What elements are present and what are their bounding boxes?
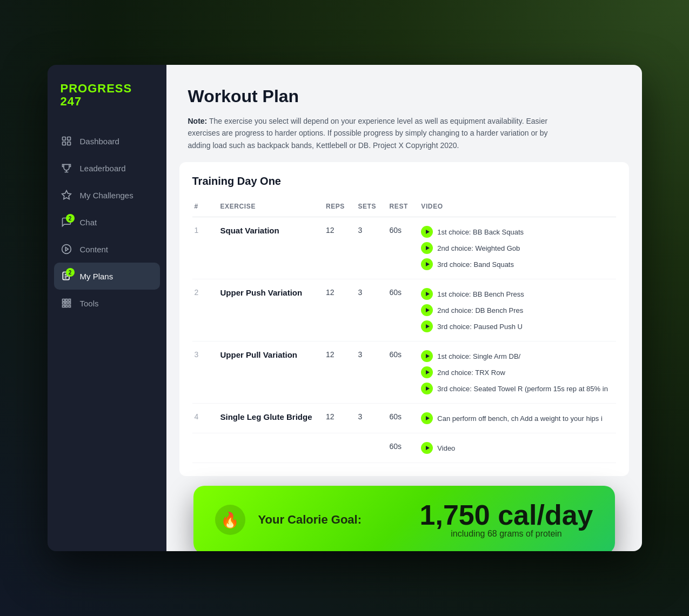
play-button[interactable] xyxy=(421,383,433,394)
cell-exercise-name: Upper Pull Variation xyxy=(214,342,319,404)
sidebar-item-label: Tools xyxy=(80,299,99,308)
cell-video: Video xyxy=(414,433,616,463)
sidebar-item-leaderboard[interactable]: Leaderboard xyxy=(48,155,166,182)
svg-rect-0 xyxy=(62,137,65,140)
cell-num xyxy=(192,433,214,463)
video-option[interactable]: 1st choice: BB Bench Press xyxy=(421,288,609,300)
table-row: 2Upper Push Variation12360s1st choice: B… xyxy=(192,279,616,342)
col-reps: REPS xyxy=(319,198,351,217)
video-option[interactable]: 1st choice: BB Back Squats xyxy=(421,226,609,238)
page-title: Workout Plan xyxy=(188,86,620,106)
play-button[interactable] xyxy=(421,320,433,332)
video-label: 1st choice: BB Back Squats xyxy=(437,228,524,236)
section-title: Training Day One xyxy=(192,175,616,188)
sidebar-item-my-challenges[interactable]: My Challenges xyxy=(48,182,166,209)
chat-badge: 2 xyxy=(66,214,75,223)
plans-badge: 2 xyxy=(66,268,75,277)
cell-num: 3 xyxy=(192,342,214,404)
video-label: 1st choice: BB Bench Press xyxy=(437,290,524,298)
video-option[interactable]: 2nd choice: TRX Row xyxy=(421,366,609,378)
cell-sets: 3 xyxy=(351,404,383,433)
exercise-name: Single Leg Glute Bridge xyxy=(220,412,312,421)
cell-rest: 60s xyxy=(383,342,415,404)
sidebar-item-chat[interactable]: 2 Chat xyxy=(48,209,166,236)
cell-sets: 3 xyxy=(351,279,383,342)
svg-rect-18 xyxy=(65,306,67,307)
dashboard-icon xyxy=(61,135,72,147)
content-icon xyxy=(61,243,72,255)
cell-reps: 12 xyxy=(319,279,351,342)
sidebar-item-tools[interactable]: Tools xyxy=(48,290,166,317)
sidebar-item-label: Dashboard xyxy=(80,137,119,146)
play-button[interactable] xyxy=(421,242,433,254)
sidebar-item-label: Chat xyxy=(80,218,97,227)
cell-sets: 3 xyxy=(351,342,383,404)
cell-num: 1 xyxy=(192,217,214,279)
video-option[interactable]: Can perform off bench, ch Add a weight t… xyxy=(421,412,609,424)
play-button[interactable] xyxy=(421,304,433,316)
video-label: 3rd choice: Paused Push U xyxy=(437,323,523,331)
cell-rest: 60s xyxy=(383,433,415,463)
sidebar-item-dashboard[interactable]: Dashboard xyxy=(48,128,166,155)
cell-rest: 60s xyxy=(383,279,415,342)
sidebar-item-label: My Plans xyxy=(80,272,113,281)
exercise-table: # EXERCISE REPS SETS REST VIDEO 1Squat V… xyxy=(192,198,616,463)
play-button[interactable] xyxy=(421,350,433,362)
table-row: 1Squat Variation12360s1st choice: BB Bac… xyxy=(192,217,616,279)
video-option[interactable]: 3rd choice: Paused Push U xyxy=(421,320,609,332)
video-label: Can perform off bench, ch Add a weight t… xyxy=(437,414,602,423)
fire-icon: 🔥 xyxy=(215,505,245,535)
sidebar: PROGRESS 247 Dashboard Leaderboar xyxy=(48,65,166,551)
video-option[interactable]: 3rd choice: Seated Towel R (perform 15s … xyxy=(421,383,609,394)
video-label: 2nd choice: Weighted Gob xyxy=(437,244,520,252)
col-sets: SETS xyxy=(351,198,383,217)
play-button[interactable] xyxy=(421,412,433,424)
cell-exercise-name: Upper Push Variation xyxy=(214,279,319,342)
svg-rect-17 xyxy=(62,306,64,307)
svg-rect-16 xyxy=(69,303,70,304)
play-button[interactable] xyxy=(421,226,433,238)
video-options: 1st choice: BB Back Squats2nd choice: We… xyxy=(421,226,609,270)
video-options: Can perform off bench, ch Add a weight t… xyxy=(421,412,609,424)
video-option[interactable]: 3rd choice: Band Squats xyxy=(421,258,609,270)
workout-section: Training Day One # EXERCISE REPS SETS RE… xyxy=(179,162,629,476)
calorie-label: Your Calorie Goal: xyxy=(258,513,407,527)
video-option[interactable]: 2nd choice: DB Bench Pres xyxy=(421,304,609,316)
cell-sets: 3 xyxy=(351,217,383,279)
exercise-tbody: 1Squat Variation12360s1st choice: BB Bac… xyxy=(192,217,616,463)
play-button[interactable] xyxy=(421,442,433,454)
calorie-values: 1,750 cal/day including 68 grams of prot… xyxy=(420,501,593,539)
play-button[interactable] xyxy=(421,366,433,378)
video-label: 2nd choice: TRX Row xyxy=(437,369,505,377)
video-label: 1st choice: Single Arm DB/ xyxy=(437,352,520,360)
svg-point-5 xyxy=(62,245,71,254)
calorie-banner: 🔥 Your Calorie Goal: 1,750 cal/day inclu… xyxy=(193,486,615,551)
play-button[interactable] xyxy=(421,258,433,270)
video-option[interactable]: 2nd choice: Weighted Gob xyxy=(421,242,609,254)
video-option[interactable]: Video xyxy=(421,442,609,454)
table-header: # EXERCISE REPS SETS REST VIDEO xyxy=(192,198,616,217)
app-container: PROGRESS 247 Dashboard Leaderboar xyxy=(48,65,642,551)
cell-exercise-name xyxy=(214,433,319,463)
svg-rect-3 xyxy=(67,142,70,145)
cell-exercise-name: Squat Variation xyxy=(214,217,319,279)
exercise-name: Upper Push Variation xyxy=(220,288,303,297)
cell-reps xyxy=(319,433,351,463)
calorie-text: Your Calorie Goal: xyxy=(258,513,407,527)
cell-rest: 60s xyxy=(383,217,415,279)
svg-rect-2 xyxy=(62,142,65,145)
play-button[interactable] xyxy=(421,288,433,300)
svg-marker-6 xyxy=(65,247,68,251)
tools-icon xyxy=(61,297,72,309)
svg-rect-1 xyxy=(67,137,70,140)
cell-video: 1st choice: Single Arm DB/2nd choice: TR… xyxy=(414,342,616,404)
cell-video: 1st choice: BB Back Squats2nd choice: We… xyxy=(414,217,616,279)
note-paragraph: Note: The exercise you select will depen… xyxy=(188,115,566,151)
sidebar-item-my-plans[interactable]: 2 My Plans xyxy=(54,263,160,290)
cell-reps: 12 xyxy=(319,217,351,279)
sidebar-item-content[interactable]: Content xyxy=(48,236,166,263)
video-option[interactable]: 1st choice: Single Arm DB/ xyxy=(421,350,609,362)
content-wrapper: Workout Plan Note: The exercise you sele… xyxy=(166,65,642,543)
exercise-name: Upper Pull Variation xyxy=(220,350,298,359)
page-header: Workout Plan Note: The exercise you sele… xyxy=(166,65,642,162)
